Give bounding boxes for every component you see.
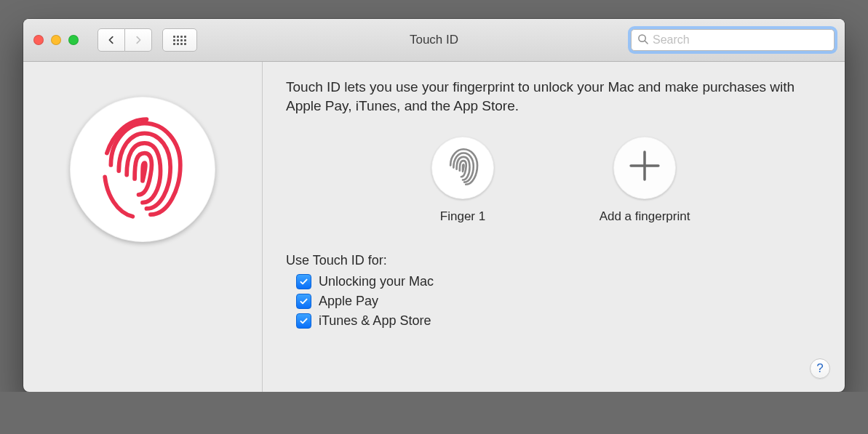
fingerprint-icon [443, 145, 482, 190]
option-apple-pay[interactable]: Apple Pay [286, 294, 821, 309]
content-body: Touch ID lets you use your fingerprint t… [23, 62, 845, 392]
checkbox-checked-icon[interactable] [296, 313, 311, 329]
option-label: Unlocking your Mac [319, 274, 434, 289]
search-field[interactable] [631, 29, 835, 51]
zoom-button[interactable] [68, 35, 79, 45]
window-controls [33, 35, 79, 45]
forward-button[interactable] [125, 28, 152, 52]
fingerprint-label: Finger 1 [440, 209, 485, 224]
add-fingerprint-label: Add a fingerprint [600, 209, 690, 224]
grid-icon [173, 36, 186, 45]
fingerprint-finger-1[interactable]: Finger 1 [401, 137, 525, 224]
option-unlock-mac[interactable]: Unlocking your Mac [286, 274, 821, 289]
fingerprints-list: Finger 1 Add a fingerprint [286, 137, 821, 224]
main-content: Touch ID lets you use your fingerprint t… [263, 62, 845, 392]
minimize-button[interactable] [51, 35, 61, 45]
touch-id-icon-large [70, 97, 215, 242]
checkbox-checked-icon[interactable] [296, 274, 311, 289]
search-input[interactable] [651, 33, 828, 47]
preferences-window: Touch ID [23, 19, 845, 392]
titlebar: Touch ID [23, 19, 845, 62]
plus-icon [625, 145, 664, 191]
close-button[interactable] [33, 35, 44, 45]
back-button[interactable] [97, 28, 125, 52]
use-touch-id-section: Use Touch ID for: Unlocking your Mac App… [286, 253, 821, 329]
show-all-button[interactable] [162, 28, 197, 52]
fingerprint-icon [92, 113, 194, 225]
checkbox-checked-icon[interactable] [296, 294, 311, 309]
option-label: Apple Pay [319, 294, 378, 309]
intro-text: Touch ID lets you use your fingerprint t… [286, 78, 821, 115]
sidebar [23, 62, 263, 392]
use-touch-id-heading: Use Touch ID for: [286, 253, 821, 268]
option-itunes-app-store[interactable]: iTunes & App Store [286, 313, 821, 329]
svg-line-1 [645, 41, 648, 44]
add-fingerprint-button[interactable]: Add a fingerprint [583, 137, 706, 224]
help-icon: ? [816, 361, 823, 376]
search-icon [637, 33, 648, 47]
option-label: iTunes & App Store [319, 313, 431, 329]
help-button[interactable]: ? [810, 358, 830, 379]
nav-buttons [97, 28, 152, 52]
